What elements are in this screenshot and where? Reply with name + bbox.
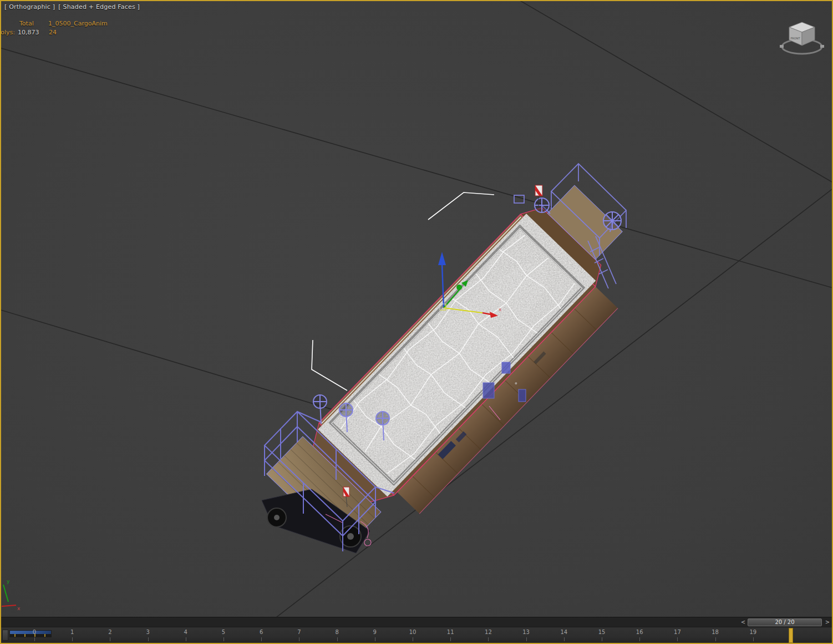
world-axis-tripod: y x: [2, 579, 21, 611]
world-axis-y-label: y: [7, 579, 10, 584]
frame-tick-mark: [224, 637, 224, 641]
max-window: x FRONT y x: [0, 0, 833, 644]
frame-tick-mark: [602, 637, 602, 641]
frame-tick-label: 17: [674, 629, 681, 635]
frame-tick-label: 5: [222, 629, 225, 635]
mini-strip-key-band: [10, 634, 51, 637]
viewcube-front-label[interactable]: FRONT: [790, 37, 800, 40]
frame-display: 20 / 20: [775, 619, 794, 625]
viewport-label: [ Orthographic ][ Shaded + Edged Faces ]: [4, 3, 143, 11]
frame-tick-label: 10: [409, 629, 416, 635]
mini-curve-editor-strip[interactable]: [9, 630, 52, 637]
time-slider[interactable]: < 20 / 20 >: [1, 617, 832, 627]
frame-tick-mark: [488, 637, 489, 641]
viewport-shading-label[interactable]: [ Shaded + Edged Faces ]: [58, 3, 140, 11]
frame-tick-label: 2: [108, 629, 111, 635]
frame-tick-label: 4: [184, 629, 187, 635]
stats-total-polys: 10,873: [18, 29, 39, 36]
frame-tick-label: 19: [749, 629, 756, 635]
frame-tick-mark: [186, 637, 186, 641]
frame-tick-mark: [34, 637, 35, 641]
frame-tick-label: 13: [522, 629, 530, 635]
frame-tick-mark: [337, 637, 338, 641]
gizmo-x-label: x: [499, 307, 502, 312]
frame-tick-mark: [526, 637, 527, 641]
frame-tick-mark: [110, 637, 110, 641]
viewcube[interactable]: FRONT: [780, 22, 824, 54]
previous-frame-button[interactable]: <: [740, 618, 746, 626]
viewport-statistics: Total 1_0500_CargoAnim Polys: 10,873 24: [1, 20, 129, 39]
frame-tick-label: 1: [70, 629, 74, 635]
track-bar[interactable]: 012345678910111213141516171819: [1, 627, 832, 643]
stats-total-header: Total: [19, 20, 34, 27]
frame-tick-mark: [753, 637, 754, 641]
frame-tick-mark: [715, 637, 716, 641]
next-frame-button[interactable]: >: [824, 618, 831, 626]
frame-tick-label: 9: [373, 629, 377, 635]
frame-tick-label: 12: [485, 629, 492, 635]
frame-tick-mark: [564, 637, 565, 641]
frame-tick-mark: [299, 637, 299, 641]
world-axis-x-label: x: [17, 606, 21, 611]
viewport[interactable]: x FRONT y x: [1, 1, 832, 617]
frame-tick-label: 0: [33, 629, 36, 635]
frame-tick-label: 8: [335, 629, 338, 635]
current-frame-marker[interactable]: [789, 628, 793, 643]
frame-tick-mark: [639, 637, 640, 641]
frame-tick-mark: [677, 637, 678, 641]
frame-tick-label: 16: [636, 629, 643, 635]
frame-tick-label: 6: [260, 629, 263, 635]
frame-tick-mark: [375, 637, 375, 641]
frame-tick-mark: [413, 637, 413, 641]
frame-tick-label: 3: [146, 629, 149, 635]
viewport-canvas[interactable]: x FRONT y x: [1, 1, 832, 617]
time-slider-handle[interactable]: 20 / 20: [748, 618, 822, 626]
frame-tick-label: 11: [447, 629, 454, 635]
frame-tick-mark: [148, 637, 149, 641]
frame-tick-label: 14: [560, 629, 567, 635]
stats-object-name: 1_0500_CargoAnim: [48, 20, 108, 27]
stats-object-polys: 24: [49, 29, 57, 36]
viewport-pov-label[interactable]: [ Orthographic ]: [4, 3, 55, 11]
viewport-grid: [1, 1, 832, 617]
frame-tick-mark: [450, 637, 451, 641]
frame-tick-label: 18: [712, 629, 719, 635]
frame-tick-mark: [261, 637, 262, 641]
selected-object-cargo-car[interactable]: [262, 164, 658, 570]
stats-polys-label: Polys:: [1, 29, 15, 36]
frame-tick-mark: [72, 637, 73, 641]
trackbar-menu-button[interactable]: [2, 630, 8, 641]
frame-tick-label: 7: [297, 629, 301, 635]
frame-tick-label: 15: [598, 629, 606, 635]
